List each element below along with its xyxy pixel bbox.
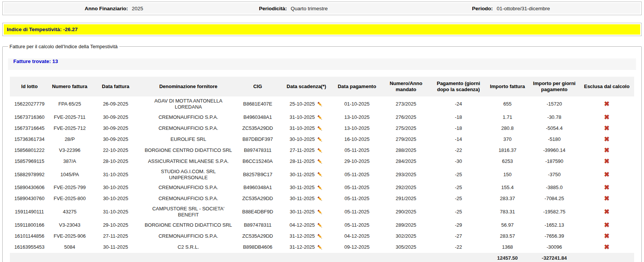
period-value: 01-ottobre/31-dicembre: [497, 6, 550, 11]
cig-cell: B4960348A1: [236, 182, 279, 193]
exclude-invoice-x-icon[interactable]: ✖: [604, 125, 609, 131]
exclude-invoice-x-icon[interactable]: ✖: [604, 136, 609, 142]
index-panel: Indice di Tempestività: -26.27: [2, 23, 642, 36]
esclusa-cell: ✖: [579, 220, 635, 231]
id-lotto-cell: 15911490111: [10, 204, 49, 220]
giorni-dopo-scadenza-cell: -18: [431, 123, 486, 134]
importo-giorni-cell: -7656.39: [529, 231, 579, 242]
fornitore-cell: CREMONAUFFICIO S.P.A.: [141, 112, 236, 123]
mandato-cell: 305/2025: [381, 242, 431, 253]
numero-fattura-cell: 43275: [49, 204, 90, 220]
invoice-row: 16163955453508430-11-2025C2 S.R.L.B898DB…: [10, 242, 635, 253]
exclude-invoice-x-icon[interactable]: ✖: [604, 114, 609, 120]
numero-fattura-cell: FVE-2025-711: [49, 112, 90, 123]
importo-giorni-cell: -3885.0: [529, 182, 579, 193]
edit-due-date-pencil-icon[interactable]: [317, 101, 323, 107]
totals-row: 12457.50 -327241.84: [10, 253, 635, 262]
column-header: Importo per giorni pagamento: [529, 77, 579, 96]
importo-fattura-cell: 283.37: [486, 193, 529, 204]
edit-due-date-pencil-icon[interactable]: [317, 114, 323, 121]
data-scadenza-value: 31-12-2025: [290, 244, 315, 250]
giorni-dopo-scadenza-cell: -27: [431, 231, 486, 242]
exclude-invoice-x-icon[interactable]: ✖: [604, 101, 609, 107]
edit-due-date-pencil-icon[interactable]: [317, 136, 323, 143]
esclusa-cell: ✖: [579, 156, 635, 167]
edit-due-date-pencil-icon[interactable]: [317, 171, 323, 178]
period-label: Periodo:: [472, 6, 493, 11]
invoice-row: 15911800166V3-2304329-10-2025BORGIONE CE…: [10, 220, 635, 231]
esclusa-cell: ✖: [579, 145, 635, 156]
total-importo-giorni: -327241.84: [529, 253, 579, 262]
numero-fattura-cell: V3-22396: [49, 145, 90, 156]
periodicity-value: Quarto trimestre: [291, 6, 328, 11]
invoice-row: 15890430760FVE-2025-80030-10-2025CREMONA…: [10, 193, 635, 204]
data-pagamento-cell: 05-11-2025: [333, 204, 381, 220]
cig-cell: B897478311: [236, 220, 279, 231]
importo-fattura-cell: 1368: [486, 242, 529, 253]
cig-cell: ZC535A29DD: [236, 193, 279, 204]
invoice-row: 15673716645FVE-2025-71230-09-2025CREMONA…: [10, 123, 635, 134]
importo-fattura-cell: 783.31: [486, 204, 529, 220]
edit-due-date-pencil-icon[interactable]: [317, 158, 323, 165]
exclude-invoice-x-icon[interactable]: ✖: [604, 147, 609, 153]
importo-giorni-cell: -1652.13: [529, 220, 579, 231]
exclude-invoice-x-icon[interactable]: ✖: [604, 195, 609, 202]
edit-due-date-pencil-icon[interactable]: [317, 209, 323, 215]
id-lotto-cell: 15856801222: [10, 145, 49, 156]
mandato-cell: 279/2025: [381, 134, 431, 145]
exclude-invoice-x-icon[interactable]: ✖: [604, 158, 609, 164]
cig-cell: B87DBDF397: [236, 134, 279, 145]
invoices-fieldset: Fatture per il calcolo dell'Indice della…: [2, 44, 642, 262]
mandato-cell: 288/2025: [381, 145, 431, 156]
giorni-dopo-scadenza-cell: -25: [431, 167, 486, 183]
column-header: Numero fattura: [49, 77, 90, 96]
numero-fattura-cell: FPA 65/25: [49, 96, 90, 112]
periodicity-field: Periodicità: Quarto trimestre: [259, 6, 328, 11]
edit-due-date-pencil-icon[interactable]: [317, 185, 323, 191]
edit-due-date-pencil-icon[interactable]: [317, 196, 323, 202]
invoice-row: 15856801222V3-2239622-10-2025BORGIONE CE…: [10, 145, 635, 156]
invoices-fieldset-legend: Fatture per il calcolo dell'Indice della…: [8, 44, 119, 49]
giorni-dopo-scadenza-cell: -25: [431, 182, 486, 193]
data-scadenza-cell: 31-12-2025: [279, 242, 333, 253]
exclude-invoice-x-icon[interactable]: ✖: [604, 184, 609, 191]
fornitore-cell: CREMONAUFFICIO S.P.A.: [141, 193, 236, 204]
importo-giorni-cell: -30.78: [529, 112, 579, 123]
exclude-invoice-x-icon[interactable]: ✖: [604, 244, 609, 250]
edit-due-date-pencil-icon[interactable]: [317, 147, 323, 154]
esclusa-cell: ✖: [579, 123, 635, 134]
invoice-row: 158829789921045/PA31-10-2025STUDIO AG.I.…: [10, 167, 635, 183]
data-scadenza-cell: 31-12-2025: [279, 231, 333, 242]
esclusa-cell: ✖: [579, 96, 635, 112]
invoices-found-count: Fatture trovate: 13: [8, 58, 636, 70]
data-fattura-cell: 31-10-2025: [90, 167, 141, 183]
edit-due-date-pencil-icon[interactable]: [317, 222, 323, 229]
importo-giorni-cell: -5180: [529, 134, 579, 145]
data-scadenza-cell: 30-11-2025: [279, 167, 333, 183]
importo-fattura-cell: 1816.37: [486, 145, 529, 156]
data-fattura-cell: 30-09-2025: [90, 134, 141, 145]
exclude-invoice-x-icon[interactable]: ✖: [604, 233, 609, 239]
data-scadenza-value: 30-10-2025: [290, 136, 315, 142]
data-pagamento-cell: 05-11-2025: [333, 220, 381, 231]
data-scadenza-value: 25-10-2025: [290, 101, 315, 107]
data-fattura-cell: 28-10-2025: [90, 156, 141, 167]
timeliness-index-page: Anno Finanziario: 2025 Periodicità: Quar…: [0, 0, 644, 262]
data-pagamento-cell: 16-10-2025: [333, 134, 381, 145]
data-pagamento-cell: 01-10-2025: [333, 96, 381, 112]
data-pagamento-cell: 05-11-2025: [333, 193, 381, 204]
edit-due-date-pencil-icon[interactable]: [317, 244, 323, 251]
financial-year-value: 2025: [132, 6, 143, 11]
column-header: Denominazione fornitore: [141, 77, 236, 96]
exclude-invoice-x-icon[interactable]: ✖: [604, 171, 609, 178]
exclude-invoice-x-icon[interactable]: ✖: [604, 208, 609, 215]
exclude-invoice-x-icon[interactable]: ✖: [604, 222, 609, 228]
edit-due-date-pencil-icon[interactable]: [317, 233, 323, 240]
edit-due-date-pencil-icon[interactable]: [317, 125, 323, 132]
data-scadenza-cell: 30-11-2025: [279, 193, 333, 204]
fornitore-cell: CREMONAUFFICIO S.P.A.: [141, 123, 236, 134]
data-scadenza-cell: 30-11-2025: [279, 182, 333, 193]
id-lotto-cell: 16101144856: [10, 231, 49, 242]
data-scadenza-value: 28-11-2025: [290, 158, 315, 164]
invoices-table-totals: 12457.50 -327241.84: [10, 253, 635, 262]
